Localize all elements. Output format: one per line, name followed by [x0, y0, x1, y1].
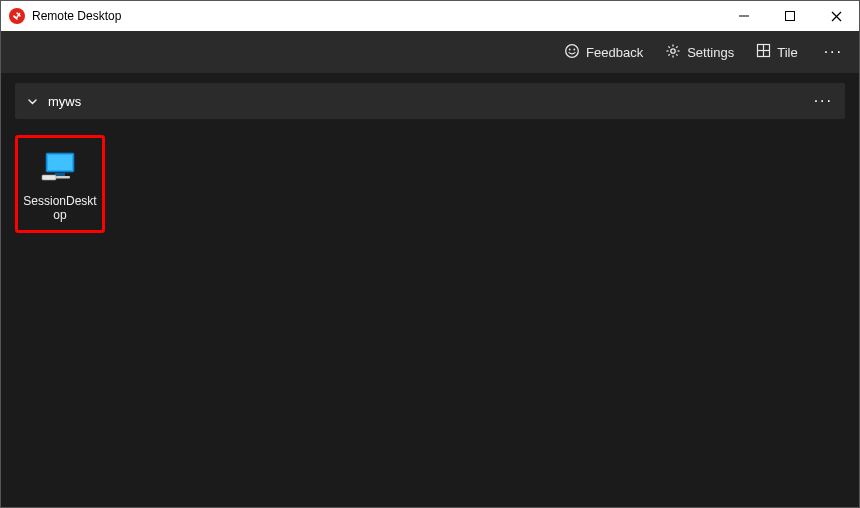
titlebar: Remote Desktop — [1, 1, 859, 31]
svg-rect-23 — [42, 175, 56, 180]
toolbar-more-button[interactable]: ··· — [820, 43, 847, 61]
session-desktop-tile[interactable]: SessionDesktop — [15, 135, 105, 233]
app-icon — [9, 8, 25, 24]
app-window: Remote Desktop — [0, 0, 860, 508]
settings-button[interactable]: Settings — [665, 43, 734, 62]
svg-rect-1 — [786, 12, 795, 21]
workspace-group-header[interactable]: myws ··· — [15, 83, 845, 119]
svg-line-13 — [676, 54, 677, 55]
chevron-down-icon — [27, 96, 38, 107]
group-more-button[interactable]: ··· — [814, 92, 833, 110]
close-button[interactable] — [813, 1, 859, 31]
window-controls — [721, 1, 859, 31]
grid-icon — [756, 43, 771, 61]
workspace-group-name: myws — [48, 94, 81, 109]
svg-rect-21 — [55, 173, 65, 176]
svg-point-6 — [574, 48, 576, 50]
svg-point-4 — [566, 44, 579, 57]
minimize-button[interactable] — [721, 1, 767, 31]
gear-icon — [665, 43, 681, 62]
feedback-label: Feedback — [586, 45, 643, 60]
settings-label: Settings — [687, 45, 734, 60]
window-title: Remote Desktop — [32, 9, 121, 23]
svg-point-7 — [671, 48, 675, 52]
smiley-icon — [564, 43, 580, 62]
tile-label: Tile — [777, 45, 797, 60]
client-area: Feedback — [1, 31, 859, 507]
toolbar: Feedback — [1, 31, 859, 73]
monitor-icon — [40, 149, 80, 187]
svg-line-14 — [676, 46, 677, 47]
tile-label: SessionDesktop — [18, 195, 102, 223]
svg-rect-20 — [48, 155, 72, 170]
maximize-button[interactable] — [767, 1, 813, 31]
feedback-button[interactable]: Feedback — [564, 43, 643, 62]
svg-point-5 — [569, 48, 571, 50]
svg-line-12 — [669, 46, 670, 47]
svg-line-15 — [669, 54, 670, 55]
tiles-area: SessionDesktop — [15, 135, 845, 233]
tile-view-button[interactable]: Tile — [756, 43, 797, 61]
content-area: myws ··· SessionDesktop — [1, 73, 859, 507]
